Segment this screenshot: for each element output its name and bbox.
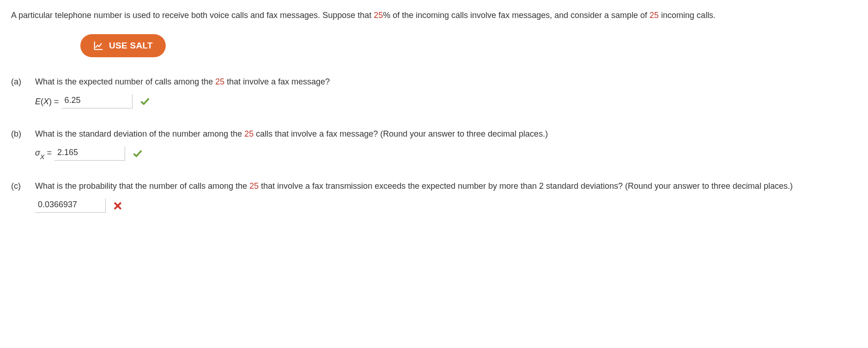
- intro-text-2: % of the incoming calls involve fax mess…: [383, 11, 650, 20]
- part-c-label: (c): [11, 180, 35, 213]
- part-b-answer-row: σX =: [35, 146, 857, 161]
- check-icon: [133, 149, 143, 159]
- intro-percent: 25: [374, 11, 383, 20]
- part-c-input[interactable]: [35, 198, 106, 213]
- part-b-prefix: σX =: [35, 147, 52, 160]
- intro-text-3: incoming calls.: [659, 11, 716, 20]
- part-b-label: (b): [11, 128, 35, 161]
- part-a-question: What is the expected number of calls amo…: [35, 76, 857, 88]
- part-b-question: What is the standard deviation of the nu…: [35, 128, 857, 140]
- use-salt-label: USE SALT: [109, 41, 153, 51]
- part-c: (c) What is the probability that the num…: [11, 180, 857, 213]
- part-a-input[interactable]: [62, 94, 133, 108]
- use-salt-button[interactable]: USE SALT: [80, 34, 166, 57]
- part-a: (a) What is the expected number of calls…: [11, 76, 857, 108]
- salt-row: USE SALT: [11, 34, 857, 57]
- part-a-prefix: E(X) =: [35, 96, 59, 108]
- part-a-answer-row: E(X) =: [35, 94, 857, 108]
- part-b: (b) What is the standard deviation of th…: [11, 128, 857, 161]
- part-c-answer-row: [35, 198, 857, 213]
- problem-intro: A particular telephone number is used to…: [11, 9, 857, 21]
- part-a-label: (a): [11, 76, 35, 108]
- intro-text-1: A particular telephone number is used to…: [11, 11, 374, 20]
- part-b-input[interactable]: [54, 146, 125, 161]
- intro-sample-size: 25: [650, 11, 659, 20]
- chart-icon: [93, 41, 103, 51]
- cross-icon: [113, 201, 122, 210]
- part-c-question: What is the probability that the number …: [35, 180, 857, 192]
- check-icon: [140, 96, 150, 107]
